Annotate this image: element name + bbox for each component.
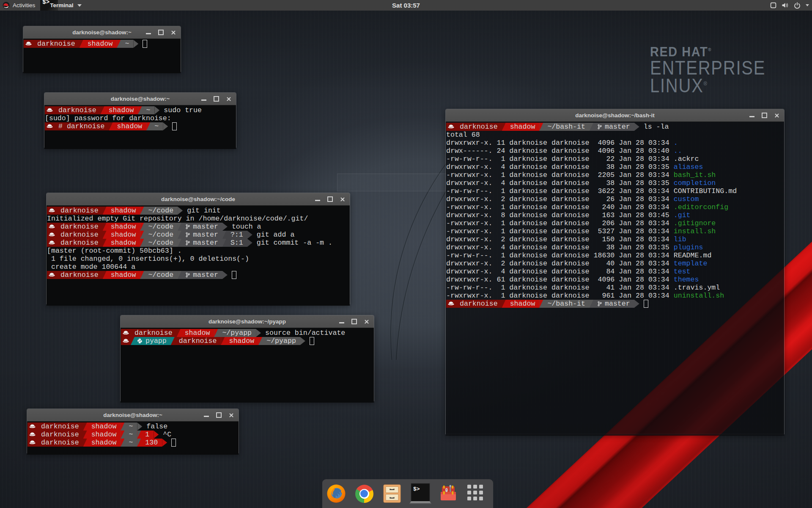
svg-text:$>: $> <box>413 486 420 492</box>
